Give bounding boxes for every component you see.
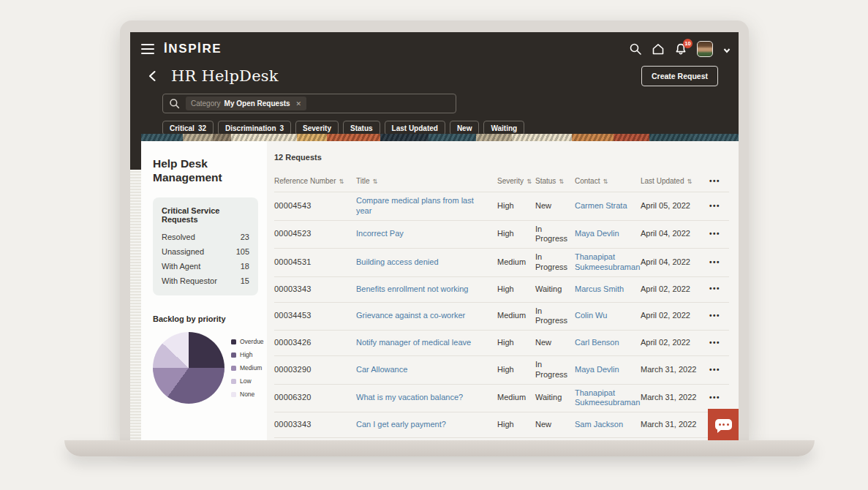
bell-icon[interactable]: 10 (674, 42, 687, 56)
table-row[interactable]: 00004523Incorrect PayHighIn ProgressMaya… (274, 221, 729, 249)
legend-swatch (231, 379, 236, 384)
cell-contact-link[interactable]: Carl Benson (575, 338, 641, 348)
sort-icon[interactable] (339, 178, 344, 185)
cell-contact-link[interactable]: Maya Devlin (575, 365, 641, 375)
cell-contact-link[interactable]: Maya Devlin (575, 229, 641, 239)
chevron-down-icon[interactable] (722, 45, 731, 53)
requests-panel: 12 Requests Reference NumberTitleSeverit… (267, 141, 739, 440)
table-row[interactable]: 00004543Compare medical plans from last … (274, 192, 729, 221)
table-row[interactable]: 00003426Notify manager of medical leaveH… (274, 331, 729, 356)
cell-title-link[interactable]: Notify manager of medical leave (356, 338, 497, 348)
legend-label: High (240, 351, 252, 358)
legend-swatch (231, 392, 236, 397)
row-more-button[interactable] (709, 258, 720, 268)
search-filter-chip[interactable]: Category My Open Requests ✕ (186, 97, 306, 110)
cell-severity: High (497, 229, 535, 239)
legend-item: Medium (231, 364, 264, 372)
table-row[interactable]: 00004531Building access deniedMediumIn P… (274, 249, 729, 277)
cell-contact-link[interactable]: Thanapipat Sukmeesubraman (575, 388, 641, 409)
filter-chip[interactable]: Last Updated (385, 121, 445, 135)
chat-button[interactable] (708, 409, 739, 440)
filter-chip-label: Critical (170, 124, 195, 132)
filter-chip[interactable]: New (450, 121, 480, 135)
sort-icon[interactable] (603, 178, 608, 185)
row-more-button[interactable] (709, 339, 720, 348)
search-icon[interactable] (629, 42, 642, 56)
stat-label: Unassigned (162, 247, 204, 256)
avatar[interactable] (697, 41, 713, 57)
filter-chip-count: 32 (198, 124, 206, 132)
cell-reference-number: 00003426 (274, 338, 356, 348)
row-more-button[interactable] (709, 284, 720, 294)
cell-title-link[interactable]: Grievance against a co-worker (356, 311, 497, 321)
cell-contact-link[interactable]: Colin Wu (575, 311, 641, 321)
column-header: Reference Number (274, 177, 356, 185)
menu-icon[interactable] (141, 44, 154, 54)
table-row[interactable]: 00034453Grievance against a co-workerMed… (274, 303, 729, 331)
row-more-button[interactable] (709, 202, 720, 211)
cell-status: In Progress (535, 252, 575, 273)
legend-label: Low (240, 377, 252, 385)
filter-chip-label: Status (350, 124, 373, 132)
cell-contact-link[interactable]: Carmen Strata (575, 201, 641, 211)
filter-chip[interactable]: Severity (295, 121, 339, 135)
legend-label: Medium (240, 364, 262, 372)
filter-chip[interactable]: Critical32 (162, 121, 214, 135)
cell-status: New (535, 338, 575, 348)
filter-chip[interactable]: Waiting (483, 121, 524, 135)
stats-card-title: Critical Service Requests (162, 206, 249, 224)
cell-severity: Medium (497, 393, 535, 403)
cell-title-link[interactable]: Compare medical plans from last year (356, 196, 497, 216)
cell-status: Waiting (535, 393, 575, 403)
cell-title-link[interactable]: Can I get early payment? (356, 420, 497, 430)
row-more-button[interactable] (709, 312, 720, 321)
cell-severity: High (497, 338, 535, 348)
column-header: Contact (575, 177, 641, 185)
critical-requests-card: Critical Service Requests Resolved23Unas… (153, 197, 258, 295)
page-title: HR HelpDesk (171, 67, 279, 85)
column-label: Contact (575, 177, 600, 185)
cell-title-link[interactable]: What is my vacation balance? (356, 393, 497, 403)
stat-value: 23 (241, 233, 249, 241)
cell-title-link[interactable]: Car Allowance (356, 365, 497, 375)
cell-reference-number: 00006320 (274, 393, 356, 403)
create-request-button[interactable]: Create Request (641, 66, 718, 86)
laptop-bezel: İNSPİRE 10 (120, 20, 749, 440)
back-button[interactable] (146, 69, 159, 83)
app-logo: İNSPİRE (164, 42, 222, 56)
table-row[interactable]: 00003290Car AllowanceHighIn ProgressMaya… (274, 356, 729, 385)
row-more-button[interactable] (709, 366, 720, 375)
cell-contact-link[interactable]: Marcus Smith (575, 284, 641, 295)
row-more-button[interactable] (709, 393, 720, 403)
sort-icon[interactable] (373, 178, 378, 185)
cell-title-link[interactable]: Building access denied (356, 257, 497, 268)
table-row[interactable]: 00006320What is my vacation balance?Medi… (274, 385, 729, 413)
sort-icon[interactable] (559, 178, 564, 185)
filter-chip[interactable]: Status (343, 121, 380, 135)
cell-reference-number: 00003343 (274, 284, 356, 295)
cell-contact-link[interactable]: Thanapipat Sukmeesubraman (575, 252, 641, 273)
row-more-button[interactable] (709, 230, 720, 239)
notification-badge: 10 (683, 39, 692, 48)
search-input[interactable]: Category My Open Requests ✕ (162, 94, 456, 113)
request-count: 12 Requests (274, 153, 729, 162)
stat-row: Unassigned105 (162, 244, 249, 259)
table-row[interactable]: 00003343Can I get early payment?HighNewS… (274, 412, 729, 438)
cell-title-link[interactable]: Benefits enrollment not working (356, 284, 497, 295)
legend-item: None (231, 391, 264, 398)
table-actions-button[interactable] (709, 177, 720, 185)
cell-contact-link[interactable]: Sam Jackson (575, 420, 641, 430)
cell-severity: High (497, 420, 535, 430)
filter-chip-count: 3 (280, 124, 284, 132)
cell-reference-number: 00034453 (274, 311, 356, 321)
close-icon[interactable]: ✕ (296, 100, 302, 108)
stat-value: 105 (236, 247, 249, 256)
cell-status: New (535, 201, 575, 211)
sort-icon[interactable] (527, 178, 532, 185)
sort-icon[interactable] (687, 178, 692, 185)
cell-title-link[interactable]: Incorrect Pay (356, 229, 497, 239)
table-row[interactable]: 00003343Benefits enrollment not workingH… (274, 277, 729, 303)
cell-last-updated: April 02, 2022 (641, 311, 701, 321)
home-icon[interactable] (652, 42, 665, 56)
filter-chip[interactable]: Discrimination3 (218, 121, 291, 135)
